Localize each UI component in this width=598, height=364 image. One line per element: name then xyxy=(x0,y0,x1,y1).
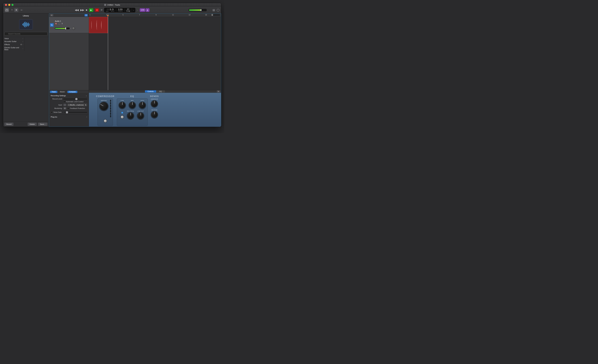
arrange-area[interactable]: 13579111315 xyxy=(89,14,221,90)
ambience-label: AMBIENCE xyxy=(151,98,158,100)
auto-level-label: Automatic Level Control xyxy=(66,101,83,103)
chevron-right-icon: › xyxy=(23,40,23,42)
window-title: Untitled - Tracks xyxy=(107,4,120,6)
headphones-icon[interactable]: 🎧 xyxy=(58,23,60,25)
horizontal-zoom-slider[interactable] xyxy=(211,14,220,16)
editors-button[interactable]: ✻ xyxy=(14,8,18,12)
zoom-window[interactable] xyxy=(12,4,14,6)
chevron-right-icon: › xyxy=(23,38,23,40)
record-level-slider[interactable] xyxy=(63,99,87,99)
rewind-button[interactable]: ◀◀ xyxy=(75,8,79,12)
auto-level-checkbox[interactable] xyxy=(63,101,65,103)
compare-button[interactable]: Compare xyxy=(67,91,77,93)
compressor-meter xyxy=(110,100,111,117)
view-controls[interactable]: Controls xyxy=(145,90,156,93)
tuner-icon[interactable]: ♪ xyxy=(137,9,138,11)
category-item[interactable]: Voice› xyxy=(3,37,24,40)
input-select[interactable]: 1 (MacBo...crophone)⇅ xyxy=(67,104,87,106)
eq-led-icon xyxy=(122,112,123,113)
midfreq-label: MID FREQ xyxy=(127,110,134,112)
scissors-icon[interactable]: ✂ xyxy=(21,9,23,11)
reverb-label: REVERB xyxy=(151,109,157,111)
download-icon[interactable]: ⊕ xyxy=(20,43,22,46)
minimize-window[interactable] xyxy=(8,4,10,6)
eq-mid-knob[interactable] xyxy=(129,102,136,109)
compressor-amount-knob[interactable]: .k.big::after{transform:rotate(-60deg);} xyxy=(99,102,108,111)
send-ambience-knob[interactable] xyxy=(151,100,158,107)
eq-midfreq-knob[interactable] xyxy=(127,112,134,119)
track-volume-slider[interactable] xyxy=(55,28,70,29)
revert-button[interactable]: Revert xyxy=(4,122,14,126)
record-button[interactable] xyxy=(95,8,99,12)
library-button[interactable] xyxy=(5,8,9,12)
monitoring-button[interactable]: ⬇ xyxy=(63,107,66,109)
ruler[interactable]: 13579111315 xyxy=(89,14,221,17)
eq-low-knob[interactable] xyxy=(119,102,126,109)
add-track-button[interactable]: + xyxy=(50,14,53,16)
input-mode-button[interactable]: ○ xyxy=(63,104,66,106)
meter-dot xyxy=(71,28,71,29)
feedback-checkbox[interactable] xyxy=(67,107,69,109)
ruler-tick: 9 xyxy=(156,14,157,16)
main-toolbar: ? ✻ ✂ ◀◀ ▶▶ ■ ▶ ⟳ 003.3 BAR BEAT xyxy=(3,7,221,14)
delete-button[interactable]: Delete xyxy=(28,122,37,126)
metronome-button[interactable] xyxy=(146,8,150,12)
chevron-down-icon[interactable]: ⌄ xyxy=(133,9,134,11)
edit-layout-icon[interactable]: ✎ xyxy=(217,90,220,93)
noise-gate-checkbox[interactable] xyxy=(51,111,52,113)
audio-region[interactable] xyxy=(89,17,108,33)
plugins-header[interactable]: Plug-ins › xyxy=(49,115,89,119)
recording-settings-header[interactable]: Recording Settings ⌄ xyxy=(49,94,89,97)
track-header-config[interactable] xyxy=(84,14,88,16)
track-type-icon xyxy=(50,23,54,27)
ruler-tick: 1 xyxy=(90,14,91,16)
lcd-display[interactable]: 003.3 BAR BEAT 120 TEMPO 4/4 Cmaj ⌄ xyxy=(104,8,135,12)
track-pan-knob[interactable] xyxy=(72,27,75,30)
lcd-beat-label: BEAT xyxy=(111,11,115,12)
close-window[interactable] xyxy=(5,4,7,6)
send-reverb-knob[interactable] xyxy=(151,111,158,118)
ruler-tick: 3 xyxy=(106,14,107,16)
category-item[interactable]: Electric Guitar and Bass› xyxy=(3,46,24,51)
stop-button[interactable]: ■ xyxy=(86,8,87,12)
eq-title: EQ xyxy=(131,95,134,97)
category-item[interactable]: Effects ⊕› xyxy=(3,43,24,46)
input-monitor-icon[interactable]: ⬇ xyxy=(61,23,63,25)
track-header[interactable]: Audio 1 🔇 🎧 ⬇ xyxy=(49,17,89,33)
lowcut-label: LOW CUT xyxy=(137,110,144,112)
compressor-jack-icon xyxy=(104,119,107,123)
notepad-icon[interactable]: ▤ xyxy=(213,8,215,12)
svg-point-2 xyxy=(86,15,86,15)
count-in-button[interactable]: 1234 xyxy=(140,8,145,12)
ruler-tick: 15 xyxy=(205,14,207,16)
mute-icon[interactable]: 🔇 xyxy=(55,23,57,25)
mid-label: MID xyxy=(131,100,133,101)
eq-lowcut-knob[interactable] xyxy=(137,112,144,119)
ruler-tick: 13 xyxy=(189,14,191,16)
lcd-key: Cmaj xyxy=(126,10,130,12)
quick-help-icon[interactable]: ? xyxy=(11,8,13,11)
forward-button[interactable]: ▶▶ xyxy=(80,8,84,12)
ruler-tick: 7 xyxy=(139,14,140,16)
amount-label: AMOUNT xyxy=(101,100,107,101)
cycle-button[interactable]: ⟳ xyxy=(101,9,102,11)
play-button[interactable]: ▶ xyxy=(89,8,93,12)
master-volume-slider[interactable] xyxy=(189,9,207,11)
low-label: LOW xyxy=(121,100,124,101)
sends-title: SENDS xyxy=(150,95,159,97)
tab-master[interactable]: Master xyxy=(58,91,67,93)
chevron-right-icon: › xyxy=(23,44,23,45)
loops-icon[interactable]: ◯ xyxy=(217,8,220,12)
view-eq[interactable]: EQ xyxy=(156,90,165,93)
high-label: HIGH xyxy=(141,100,144,101)
noise-gate-slider[interactable] xyxy=(65,112,87,113)
track-name[interactable]: Audio 1 xyxy=(55,20,88,22)
eq-high-knob[interactable] xyxy=(139,102,146,109)
category-item[interactable]: Acoustic Guitar› xyxy=(3,40,24,43)
tab-track[interactable]: Track xyxy=(50,91,57,93)
noise-gate-label: Noise Gate xyxy=(53,111,64,113)
compressor-title: COMPRESSOR xyxy=(96,95,115,97)
search-input[interactable] xyxy=(4,32,48,36)
patch-icon xyxy=(19,19,33,30)
save-button[interactable]: Save... xyxy=(38,122,48,126)
